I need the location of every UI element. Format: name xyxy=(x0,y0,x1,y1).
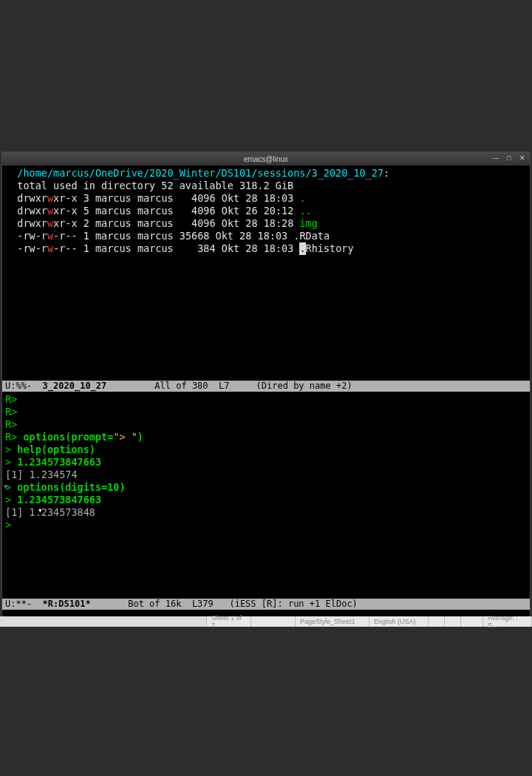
background-statusbar-left xyxy=(0,616,207,627)
dired-file[interactable]: Rhistory xyxy=(306,242,354,254)
r-command: help(options) xyxy=(17,443,95,455)
mouse-cursor-icon: ▾ xyxy=(38,504,43,517)
fringe-indicator-icon: ▸ xyxy=(4,480,9,492)
dired-file[interactable]: img xyxy=(299,217,317,229)
modeline-upper[interactable]: U:%%- 3_2020_10_27 All of 380 L7 (Dired … xyxy=(2,381,530,392)
r-output: [1] 1.234574 xyxy=(5,469,78,480)
average-indicator: Average: ; S... xyxy=(483,616,532,627)
r-command: 1.234573847663 xyxy=(17,494,101,506)
r-prompt[interactable]: > xyxy=(5,519,11,531)
modeline-lower[interactable]: U:**- *R:DS101* Bot of 16k L379 (iESS [R… xyxy=(2,599,530,610)
r-command: 1.234573847663 xyxy=(17,456,101,468)
dired-path: /home/marcus/OneDrive/2020_Winter/DS101/… xyxy=(17,167,383,179)
dired-total: total used in directory 52 available 318… xyxy=(17,180,293,191)
page-style: PageStyle_Sheet1 xyxy=(296,616,369,627)
sheet-indicator: Sheet 1 of 7 xyxy=(207,616,251,627)
window-title: emacs@linux xyxy=(244,155,288,163)
r-pane[interactable]: R> R> R> R> options(prompt="> ") > help(… xyxy=(2,392,530,599)
dired-file[interactable]: .. xyxy=(299,205,311,217)
dired-pane[interactable]: /home/marcus/OneDrive/2020_Winter/DS101/… xyxy=(2,166,530,381)
window-controls: — □ ✕ xyxy=(491,154,527,163)
buffer-name: *R:DS101* xyxy=(43,599,91,609)
dired-file[interactable]: . xyxy=(299,192,305,204)
dired-file[interactable]: .RData xyxy=(293,230,330,242)
r-command: options(prompt= xyxy=(23,431,113,443)
r-output: [1] 1.234573848 xyxy=(5,506,95,518)
r-command: options(digits=10) xyxy=(17,481,125,493)
close-icon[interactable]: ✕ xyxy=(518,154,527,163)
minimize-icon[interactable]: — xyxy=(491,154,500,163)
titlebar[interactable]: emacs@linux — □ ✕ xyxy=(2,152,530,166)
emacs-window: emacs@linux — □ ✕ /home/marcus/OneDrive/… xyxy=(1,152,531,622)
cursor: . xyxy=(299,242,305,255)
maximize-icon[interactable]: □ xyxy=(505,154,514,163)
language-indicator: English (USA) xyxy=(369,616,429,627)
buffer-name: 3_2020_10_27 xyxy=(43,381,107,391)
background-statusbar: Sheet 1 of 7 PageStyle_Sheet1 English (U… xyxy=(0,616,532,627)
